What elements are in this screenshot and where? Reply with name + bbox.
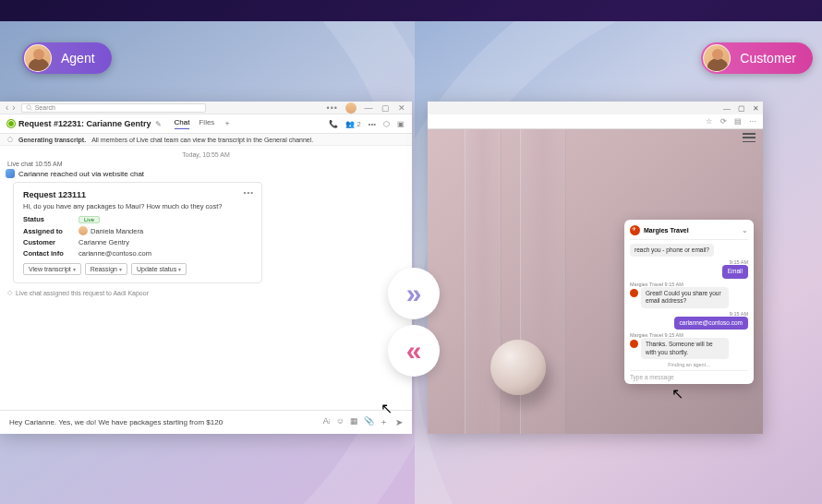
close-icon[interactable]: ✕ [397, 103, 406, 113]
browser-titlebar: — ▢ ✕ [428, 102, 763, 114]
update-status-button[interactable]: Update status [131, 263, 187, 275]
msg-time: 9:15 AM [630, 259, 748, 265]
arrow-left-icon: « [388, 325, 440, 377]
agent-teams-window: ‹ › Search ••• — ▢ ✕ Request #12231: Car… [0, 102, 412, 434]
format-icon[interactable]: Aᵢ [323, 416, 331, 428]
more-icon[interactable]: ••• [327, 103, 338, 113]
customer-badge: Customer [701, 42, 813, 74]
assigned-value: Daniela Mandera [91, 227, 143, 235]
star-icon[interactable]: ☆ [704, 117, 713, 126]
msg-time: 9:15 AM [630, 311, 748, 317]
attach-icon[interactable]: 📎 [364, 416, 374, 428]
chevron-down-icon[interactable]: ⌄ [742, 226, 748, 234]
arrow-right-icon: » [388, 268, 440, 319]
participants-icon[interactable]: 👥 2 [345, 120, 361, 128]
user-message: Email [722, 265, 748, 278]
current-user-avatar[interactable] [345, 102, 357, 114]
day-timestamp: Today, 10:55 AM [7, 151, 405, 158]
page-content: Margies Travel ⌄ reach you - phone or em… [428, 129, 763, 434]
bot-message: Great! Could you share your email addres… [641, 287, 729, 308]
tab-add[interactable]: ＋ [224, 118, 231, 129]
chat-input[interactable]: Type a message [630, 370, 748, 380]
gif-icon[interactable]: ▦ [350, 416, 358, 428]
pillar-decor [465, 129, 502, 434]
customer-label: Customer [23, 238, 79, 246]
conversation-header: Request #12231: Carianne Gentry ✎ Chat F… [0, 114, 412, 134]
customer-label: Customer [740, 51, 796, 66]
notice-info: All members of Live chat team can view t… [91, 137, 313, 143]
agent-avatar [24, 44, 52, 72]
customer-browser-window: — ▢ ✕ ☆ ⟳ ▤ ⋯ Margies Travel ⌄ reach you… [428, 102, 763, 434]
search-icon [26, 104, 32, 111]
reached-text: Carianne reached out via website chat [18, 170, 144, 178]
header-more-icon[interactable]: ••• [369, 120, 376, 128]
request-subtitle: Hi, do you have any packages to Maui? Ho… [23, 202, 252, 210]
spinner-icon: ◌ [7, 136, 13, 143]
maximize-icon[interactable]: ▢ [381, 103, 390, 113]
bot-message: Thanks. Someone will be with you shortly… [641, 338, 729, 359]
compose-bar: Aᵢ ☺ ▦ 📎 ＋ ➤ [0, 410, 412, 434]
sphere-decor [490, 340, 546, 395]
sync-arrows: » « [388, 268, 440, 377]
send-icon[interactable]: ➤ [395, 417, 403, 427]
browser-close-icon[interactable]: ✕ [753, 104, 759, 113]
contact-value[interactable]: carianne@contoso.com [79, 249, 151, 258]
teams-titlebar: ‹ › Search ••• — ▢ ✕ [0, 102, 412, 114]
conversation-title: Request #12231: Carianne Gentry [18, 119, 151, 128]
status-label: Status [23, 215, 79, 223]
compose-input[interactable] [9, 418, 323, 426]
tab-chat[interactable]: Chat [175, 118, 190, 129]
assignee-avatar [79, 226, 88, 235]
transcript-notice: ◌ Generating transcript. All members of … [0, 134, 412, 146]
bot-avatar-icon [630, 289, 638, 297]
assignment-note: Live chat assigned this request to Aadi … [7, 289, 405, 296]
call-icon[interactable]: 📞 [329, 120, 338, 128]
chat-widget: Margies Travel ⌄ reach you - phone or em… [624, 220, 754, 384]
collections-icon[interactable]: ▤ [733, 117, 743, 126]
nav-back-icon[interactable]: ‹ [6, 102, 8, 113]
customer-avatar [703, 44, 731, 72]
chat-body: Today, 10:55 AM Live chat 10:55 AM Caria… [0, 146, 412, 390]
presence-icon [7, 120, 15, 127]
plus-icon[interactable]: ＋ [380, 416, 388, 428]
chat-title: Margies Travel [644, 227, 738, 234]
chat-logo-icon [630, 225, 640, 235]
emoji-icon[interactable]: ☺ [336, 416, 345, 428]
user-message: carianne@contoso.com [674, 317, 748, 330]
browser-more-icon[interactable]: ⋯ [748, 117, 757, 126]
minimize-icon[interactable]: — [364, 103, 373, 113]
popout-icon[interactable]: ▣ [397, 120, 405, 128]
search-input[interactable]: Search [21, 103, 206, 113]
reassign-button[interactable]: Reassign [85, 263, 127, 275]
cursor-icon: ↖ [381, 400, 393, 417]
status-badge: Live [79, 216, 100, 223]
tab-files[interactable]: Files [199, 118, 214, 129]
copilot-icon[interactable]: ⬡ [383, 120, 390, 128]
top-dark-bar [0, 0, 822, 21]
cursor-icon: ↖ [671, 385, 683, 402]
finding-agent-status: Finding an agent... [630, 362, 748, 367]
edit-icon[interactable]: ✎ [155, 120, 162, 128]
bot-message: reach you - phone or email? [630, 244, 714, 257]
svg-line-1 [30, 109, 32, 111]
view-transcript-button[interactable]: View transcript [23, 263, 81, 275]
browser-maximize-icon[interactable]: ▢ [738, 104, 745, 113]
contact-label: Contact info [23, 249, 79, 258]
request-card: ••• Request 123111 Hi, do you have any p… [13, 182, 262, 283]
sync-icon[interactable]: ⟳ [719, 117, 728, 126]
customer-value: Carianne Gentry [79, 238, 129, 246]
agent-badge: Agent [22, 42, 112, 74]
card-more-icon[interactable]: ••• [244, 188, 254, 197]
assigned-label: Assigned to [23, 227, 79, 235]
bot-icon [6, 169, 15, 178]
bot-avatar-icon [630, 340, 638, 348]
nav-forward-icon[interactable]: › [12, 102, 15, 113]
browser-minimize-icon[interactable]: — [723, 104, 731, 113]
generating-label: Generating transcript. [18, 137, 86, 143]
search-placeholder: Search [35, 104, 55, 111]
livechat-meta: Live chat 10:55 AM [7, 161, 405, 167]
svg-point-0 [27, 105, 30, 109]
menu-icon[interactable] [743, 133, 756, 142]
browser-toolbar: ☆ ⟳ ▤ ⋯ [428, 114, 763, 129]
request-title: Request 123111 [23, 190, 252, 199]
